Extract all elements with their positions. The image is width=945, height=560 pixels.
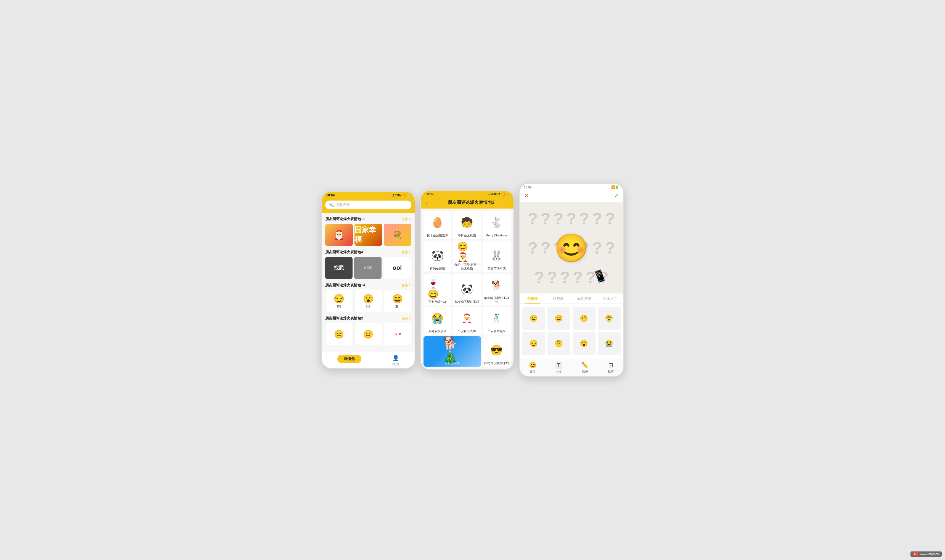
section-title-4: 朋友圈评论爆火表情包2 [325, 316, 363, 321]
sticker-label-8: 单身狗不配过圣诞 [455, 300, 479, 304]
panel-sticker-6[interactable]: 🤔 [547, 332, 570, 355]
main-image-area: ????? ????? ????? ????? 😊 📱 [520, 203, 623, 294]
sticker-img-1: 🥚 [428, 213, 447, 232]
sticker-label-7: 平安夜喝一杯 [428, 300, 446, 304]
tab-gold-text[interactable]: 烫金文字 [597, 294, 623, 303]
sticker-cell-13[interactable]: 🐕🎄 圣诞没人约 [424, 336, 481, 367]
center-emoji: 😊 [554, 232, 589, 264]
sticker-thumb-4-1[interactable]: 😑 [325, 323, 353, 345]
phone3-tabs: 金馆长 没有脸 面部表情 烫金文字 [520, 294, 623, 304]
tool-crop[interactable]: ⊡ 裁剪 [607, 362, 614, 374]
tc-logo: TC [913, 552, 919, 556]
phone-1: 10:09 ....1.7M/s 📶 🔋 🔍 搜索表情... 朋友圈评论爆火表情… [321, 191, 415, 369]
sticker-row-4: 😑 😐 ne ❤ [325, 323, 412, 345]
panel-sticker-5[interactable]: 😏 [522, 332, 545, 355]
sticker-row-2: 找屁 UCK ool [325, 257, 412, 279]
time-1: 10:09 [326, 193, 335, 197]
sticker-img-11: 🎅 [457, 309, 476, 328]
sticker-cell-12[interactable]: 🕺 平安夜嗨起来 [483, 307, 510, 335]
section-more-2[interactable]: 更多 > [402, 250, 411, 255]
text-tool-label: 文字 [556, 370, 562, 374]
sticker-img-2: 🧒 [457, 213, 476, 232]
battery-icon-2: 🔋 [506, 192, 509, 195]
section-header-2: 朋友圈评论爆火表情包4 更多 > [325, 250, 412, 255]
sticker-cell-4[interactable]: 🐼 你的圣诞帽 [424, 240, 452, 272]
sticker-cell-1[interactable]: 🥚 祝个圣诞帽送你 [424, 211, 452, 239]
sticker-img-14: 😎 [487, 341, 506, 360]
sticker-img-7: 🍷😄 [428, 280, 447, 299]
sticker-cell-2[interactable]: 🧒 等拆圣诞礼物 [453, 211, 481, 239]
tab-mine[interactable]: 👤 我的 [392, 355, 399, 367]
panel-sticker-8[interactable]: 😭 [598, 332, 621, 355]
sticker-cell-9[interactable]: 🐕 单身狗 不配过圣诞节 [483, 274, 510, 306]
section-header-3: 朋友圈评论爆火表情包14 更多 > [325, 283, 412, 288]
search-bar[interactable]: 🔍 搜索表情... [325, 200, 412, 209]
sticker-cell-6[interactable]: 🐰 圣诞节约不约 [483, 240, 510, 272]
sticker-thumb-4-2[interactable]: 😐 [355, 323, 382, 345]
sticker-row-1: 🎅 国家幸福 💐 [325, 224, 412, 246]
crop-tool-label: 裁剪 [607, 370, 614, 374]
sticker-thumb-1-1[interactable]: 🎅 [325, 224, 353, 246]
check-button[interactable]: ✓ [614, 192, 619, 200]
sticker-thumb-3-3[interactable]: 😄 耶! [384, 290, 412, 312]
sticker-pack-btn[interactable]: 表情包 [338, 355, 361, 363]
sticker-cell-14[interactable]: 😎 在吗 平安夜出来约 [483, 336, 510, 367]
status-icons-3: 📶🔋 [611, 185, 619, 189]
section-more-1[interactable]: 更多 > [402, 217, 411, 222]
panel-sticker-2[interactable]: 😑 [547, 307, 570, 330]
close-button[interactable]: ✕ [524, 192, 529, 200]
crop-tool-icon: ⊡ [608, 362, 613, 369]
section-more-3[interactable]: 更多 > [402, 283, 411, 288]
sticker-label-1: 祝个圣诞帽送你 [427, 233, 448, 237]
tab-jinguanzhang[interactable]: 金馆长 [520, 294, 546, 303]
sticker-thumb-2-2[interactable]: UCK [354, 257, 382, 279]
phone-3: 10:09 📶🔋 ✕ ✓ ????? ????? ????? ????? 😊 📱… [519, 183, 624, 377]
battery-icon: 🔋 [407, 194, 410, 197]
sticker-thumb-4-3[interactable]: ne ❤ [384, 323, 412, 345]
sticker-img-5: 😊🎅 [457, 242, 476, 262]
time-2: 10:09 [425, 192, 434, 196]
site-badge: TC www.tcsqw.com [911, 551, 942, 557]
tab-label-1: 金馆长 [527, 297, 538, 301]
sticker-cell-7[interactable]: 🍷😄 平安夜喝一杯 [424, 274, 452, 306]
sticker-cell-8[interactable]: 🐼 单身狗不配过圣诞 [453, 274, 481, 306]
signal-text-1: ....1.7M/s [390, 194, 401, 197]
back-button[interactable]: ← [425, 200, 430, 206]
tab-noface[interactable]: 没有脸 [546, 294, 572, 303]
sticker-cell-3[interactable]: 🐇 Merry Christmas [483, 211, 510, 239]
sticker-thumb-3-1[interactable]: 😏 噎! [325, 290, 353, 312]
panel-sticker-7[interactable]: 😮 [573, 332, 595, 355]
sticker-cell-10[interactable]: 😭 圣诞节求脱单 [424, 307, 452, 335]
sticker-img-9: 🐕 [487, 275, 506, 295]
tab-face-expression[interactable]: 面部表情 [572, 294, 597, 303]
sticker-cell-5[interactable]: 😊🎅 你的小可爱 想要个圣诞礼物 [453, 240, 481, 272]
tab-sticker-pack[interactable]: 表情包 [338, 355, 361, 367]
sticker-label-6: 圣诞节约不约 [487, 266, 506, 270]
sticker-cell-11[interactable]: 🎅 平安夜出去嗨 [453, 307, 481, 335]
phone-2: 10:09 ....64.0K/s 📶 🔋 ← 朋友圈评论爆火表情包3 🥚 祝个… [420, 190, 514, 370]
tool-draw[interactable]: ✏️ 涂鸦 [581, 362, 589, 374]
sticker-label-11: 平安夜出去嗨 [458, 329, 476, 333]
tab-label-2: 没有脸 [553, 297, 564, 301]
mine-icon: 👤 [392, 355, 399, 362]
sticker-thumb-1-2[interactable]: 国家幸福 [355, 224, 382, 246]
panel-sticker-1[interactable]: 😐 [522, 307, 545, 330]
phone3-header: ✕ ✓ [520, 190, 623, 203]
signal-icons-2: ....64.0K/s 📶 🔋 [487, 192, 509, 195]
panel-sticker-3[interactable]: 🤨 [573, 307, 595, 330]
status-bar-3: 10:09 📶🔋 [520, 184, 623, 190]
sticker-thumb-3-2[interactable]: 😮 哇! [355, 290, 382, 312]
search-icon: 🔍 [329, 203, 334, 207]
phone2-header: ← 朋友圈评论爆火表情包3 [421, 197, 513, 209]
sticker-thumb-1-3[interactable]: 💐 [384, 224, 412, 246]
section-title-2: 朋友圈评论爆火表情包4 [325, 250, 363, 255]
sticker-thumb-2-1[interactable]: 找屁 [325, 257, 353, 279]
tool-text[interactable]: T 文字 [555, 362, 562, 374]
section-more-4[interactable]: 更多 > [402, 316, 411, 321]
sticker-label-4: 你的圣诞帽 [430, 266, 445, 270]
sticker-thumb-2-3[interactable]: ool [383, 257, 411, 279]
tool-sticker[interactable]: 😊 贴图 [529, 362, 536, 374]
sticker-grid: 🥚 祝个圣诞帽送你 🧒 等拆圣诞礼物 🐇 Merry Christmas 🐼 你… [424, 211, 511, 367]
panel-sticker-4[interactable]: 😤 [598, 307, 621, 330]
status-bar-1: 10:09 ....1.7M/s 📶 🔋 [322, 192, 415, 198]
